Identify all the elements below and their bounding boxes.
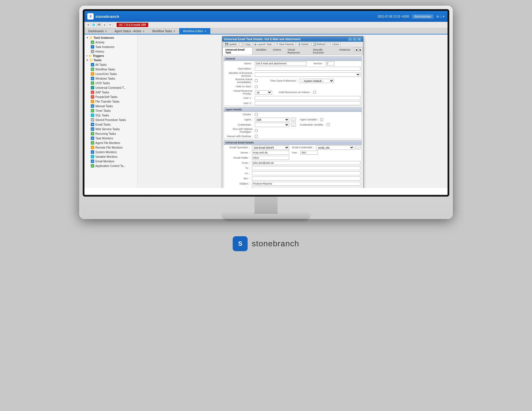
sidebar-item-linux-tasks[interactable]: L Linux/Unix Tasks [84, 72, 137, 76]
email-folder-input[interactable] [252, 156, 289, 160]
sidebar-group-tasks-header[interactable]: ▼ 📁 Tasks [84, 58, 137, 62]
tab-next-btn[interactable]: ▶ [358, 48, 363, 52]
sidebar-item-recurring-tasks[interactable]: ↻ Recurring Tasks [84, 131, 137, 136]
toolbar-grid-icon[interactable]: ⊞ [86, 22, 91, 28]
modal-tab-mutually-exclusive[interactable]: Mutually Exclusive [310, 47, 336, 55]
credentials-browse-btn[interactable]: ... [291, 123, 296, 127]
resolve-name-checkbox[interactable] [255, 79, 258, 82]
sidebar-item-zos-tasks[interactable]: Z z/OS Tasks [84, 81, 137, 85]
sidebar-item-stored-proc-tasks[interactable]: SP Stored Procedure Tasks [84, 118, 137, 122]
sidebar-item-email-tasks[interactable]: ✉ Email Tasks [84, 122, 137, 127]
sidebar-item-timer-tasks[interactable]: ⏱ Timer Tasks [84, 108, 137, 113]
modal-tab-actions[interactable]: Actions [269, 47, 284, 55]
toolbar-settings-icon[interactable]: ⚙ [107, 22, 113, 28]
tab-workflow-editor-close[interactable]: ✕ [204, 30, 207, 33]
sidebar-item-activity[interactable]: A Activity [84, 40, 137, 45]
hold-on-start-checkbox[interactable] [255, 85, 258, 88]
sidebar-item-peoplesoft-tasks[interactable]: P PeopleSoft Tasks [84, 95, 137, 99]
copy-button[interactable]: 📋 Copy [240, 42, 252, 46]
name-label: Name : [225, 62, 254, 65]
modal-tab-universal-email-task[interactable]: Universal Email Task [222, 47, 253, 55]
to-input[interactable] [252, 166, 361, 170]
from-input[interactable] [252, 161, 361, 165]
run-highest-priv-checkbox[interactable] [255, 129, 258, 132]
subject-row: Subject : [224, 181, 362, 186]
email-credentials-select[interactable]: email_nils [316, 145, 354, 150]
update-button[interactable]: 💾 Update [223, 42, 238, 46]
tab-workflow-editor[interactable]: Workflow Editor ✕ [179, 28, 210, 34]
toolbar-browser-icon[interactable]: 🌐 [91, 22, 96, 28]
sidebar-item-app-control-tasks[interactable]: A Application Control Ta... [84, 164, 137, 168]
port-input[interactable] [300, 151, 318, 155]
sidebar-item-history[interactable]: H History [84, 49, 137, 54]
modal-minimize-btn[interactable]: — [348, 37, 352, 41]
modal-tab-virtual-resources[interactable]: Virtual Resources [284, 47, 310, 55]
sidebar-item-sql-tasks[interactable]: S SQL Tasks [84, 113, 137, 118]
sidebar-item-sap-tasks[interactable]: S SAP Tasks [84, 90, 137, 95]
modal-maximize-btn[interactable]: □ [353, 37, 357, 41]
view-parents-button[interactable]: 👁 View Parents [274, 42, 296, 46]
sidebar-item-agent-file-monitors[interactable]: A Agent File Monitors [84, 141, 137, 145]
agent-variable-checkbox[interactable] [320, 118, 323, 121]
credentials-select[interactable] [255, 123, 289, 127]
email-operation-select[interactable]: Get Email (IMAP) [252, 145, 289, 150]
sidebar-group-triggers-header[interactable]: + 📁 Triggers [84, 54, 137, 58]
tab-dashboards-close[interactable]: ✕ [105, 30, 107, 33]
modal-tab-instances[interactable]: Instances [336, 47, 354, 55]
launch-task-button[interactable]: ▶ Launch Task [253, 42, 273, 46]
agent-browse-btn[interactable]: ... [291, 118, 296, 122]
tab-prev-btn[interactable]: ◀ [354, 48, 358, 52]
sidebar-item-workflow-tasks[interactable]: W Workflow Tasks [84, 67, 137, 72]
tab-agent-status-close[interactable]: ✕ [142, 30, 145, 33]
sidebar-item-windows-tasks[interactable]: W Windows Tasks [84, 76, 137, 81]
user2-input[interactable] [255, 101, 361, 105]
delete-button[interactable]: 🗑 Delete [297, 42, 310, 46]
sidebar-item-remote-file-monitors[interactable]: R Remote File Monitors [84, 145, 137, 150]
sidebar-item-task-monitors[interactable]: M Task Monitors [84, 136, 137, 141]
close-button[interactable]: ✕ Close [328, 42, 340, 46]
interact-desktop-checkbox[interactable] [255, 135, 258, 138]
name-input[interactable] [255, 62, 307, 66]
sidebar-item-task-instances[interactable]: T Task Instances [84, 45, 137, 49]
sidebar-item-universal-tasks[interactable]: U Universal Command T... [84, 85, 137, 90]
body-row: Body : [224, 186, 362, 188]
monitor-stand-neck [255, 197, 277, 214]
member-of-business-select[interactable] [255, 72, 361, 77]
sidebar-item-all-tasks[interactable]: A All Tasks [84, 62, 137, 67]
agent-details-header: Agent Details [224, 107, 362, 112]
hold-resources-checkbox[interactable] [313, 91, 316, 94]
user1-input[interactable] [255, 96, 361, 100]
tab-workflow-tasks-close[interactable]: ✕ [173, 30, 176, 33]
user-display[interactable]: Administrator [412, 14, 433, 19]
body-input[interactable] [252, 187, 361, 188]
subject-input[interactable] [252, 182, 361, 186]
refresh-button[interactable]: 🔄 Refresh [311, 42, 327, 46]
toolbar-print-icon[interactable]: 🖨 [102, 22, 107, 28]
description-input[interactable] [255, 67, 361, 71]
sidebar-item-manual-tasks[interactable]: M Manual Tasks [84, 104, 137, 108]
tab-workflow-tasks[interactable]: Workflow Tasks ✕ [149, 28, 179, 34]
credentials-variable-checkbox[interactable] [327, 123, 329, 126]
email-credentials-browse-btn[interactable]: ... [355, 145, 361, 149]
tab-agent-status[interactable]: Agent Status - Active ✕ [111, 28, 149, 34]
tab-dashboards[interactable]: Dashboards ✕ [84, 28, 111, 34]
sidebar-item-system-monitors[interactable]: S System Monitors [84, 150, 137, 154]
bcc-input[interactable] [252, 176, 361, 180]
cluster-checkbox[interactable] [255, 113, 258, 116]
sidebar-item-web-service-tasks[interactable]: W Web Service Tasks [84, 127, 137, 131]
modal-tab-variables[interactable]: Variables [252, 47, 269, 55]
modal-close-btn[interactable]: ✕ [357, 37, 361, 41]
member-of-business-row: Member of Business Services : [224, 71, 362, 78]
agent-select[interactable]: Dell [255, 118, 289, 122]
sidebar-group-task-instances-header[interactable]: ▼ 📁 Task Instances [84, 36, 137, 40]
vr-priority-select[interactable]: 10 [255, 90, 272, 95]
sidebar-item-file-transfer-tasks[interactable]: F File Transfer Tasks [84, 99, 137, 104]
toolbar-save-icon[interactable]: 💾 [97, 22, 102, 28]
datetime-display: 2021-07-08 15:32 +0200 [378, 15, 409, 18]
timezone-pref-select[interactable]: -- System Default -- [300, 79, 334, 83]
sidebar-item-variable-monitors[interactable]: V Variable Monitors [84, 154, 137, 159]
server-input[interactable] [252, 151, 289, 155]
version-input[interactable] [326, 62, 334, 66]
sidebar-item-email-monitors[interactable]: ✉ Email Monitors [84, 159, 137, 164]
cc-input[interactable] [252, 171, 361, 175]
